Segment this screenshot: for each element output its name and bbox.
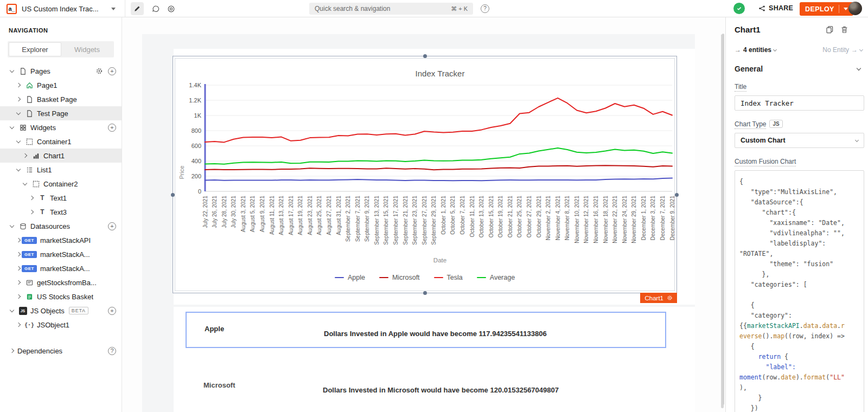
tree-item-jsobject1[interactable]: {·} JSObject1 [0,318,122,332]
editor-canvas[interactable]: 02004006008001K1.2K1.4KJuly 22, 2021July… [122,17,725,412]
chevron-right-icon[interactable] [28,196,35,199]
legend-item-average[interactable]: Average [477,274,515,281]
chevron-down-icon[interactable] [9,310,15,312]
page-icon [25,109,34,118]
tree-item-marketstackapi[interactable]: GET marketStackAPI [0,233,122,247]
tab-explorer[interactable]: Explorer [9,42,61,56]
chart-legend: AppleMicrosoftTeslaAverage [175,274,674,281]
tree-item-js-objects[interactable]: JS JS Objects BETA + [0,304,122,318]
tree-item-getstocksfrombasket[interactable]: getStocksfromBa... [0,275,122,289]
tree-item-test-page[interactable]: Test Page [0,106,122,120]
entities-dropdown[interactable]: → 4 entities [735,46,776,54]
pages-settings-gear-icon[interactable] [95,67,103,75]
chevron-right-icon[interactable] [15,267,22,270]
svg-text:October 13, 2021: October 13, 2021 [478,196,484,238]
share-button[interactable]: SHARE [758,4,793,12]
chevron-down-icon[interactable] [22,183,28,185]
custom-fusion-chart-code-editor[interactable]: { "type":"MultiAxisLine", "dataSource":{… [735,170,864,412]
property-pane-scrollbar[interactable] [722,34,724,405]
tree-item-widgets[interactable]: Widgets + [0,120,122,134]
widget-name-badge[interactable]: Chart1 [640,293,677,303]
legend-item-apple[interactable]: Apple [335,274,365,281]
tree-item-basket-page[interactable]: Basket Page [0,92,122,106]
deploy-button[interactable]: DEPLOY [800,2,853,16]
app-title[interactable]: US Custom Index Trac... [22,5,99,13]
tree-item-datasources[interactable]: Datasources + [0,219,122,233]
chevron-down-icon[interactable] [15,169,22,171]
legend-swatch [379,277,388,279]
chevron-down-icon[interactable] [15,141,22,143]
resize-handle-right[interactable] [675,193,679,197]
list-item-apple[interactable]: Apple Dollars Invested in Apple would ha… [186,312,666,348]
resize-handle-bottom[interactable] [423,291,427,295]
chevron-right-icon[interactable] [15,323,22,326]
svg-text:July 28, 2021: July 28, 2021 [221,196,227,228]
no-entity-dropdown[interactable]: No Entity → [822,46,863,54]
comments-button[interactable] [149,2,162,15]
pencil-icon [133,5,141,12]
datasource-icon [18,222,27,230]
chevron-right-icon[interactable] [15,295,22,298]
tree-item-container1[interactable]: Container1 [0,134,122,149]
tree-item-page1[interactable]: Page1 [0,78,122,92]
resize-handle-top[interactable] [423,54,427,58]
tree-item-marketstackapi3[interactable]: GET marketStackA... [0,261,122,275]
legend-item-tesla[interactable]: Tesla [434,274,463,281]
search-input[interactable]: Quick search & navigation ⌘ + K [309,3,473,15]
tree-item-container2[interactable]: Container2 [0,177,122,191]
chevron-down-icon[interactable] [9,127,15,128]
edit-mode-button[interactable] [131,2,144,15]
appsmith-logo-icon[interactable]: a_ [7,4,17,14]
section-general[interactable]: General [735,65,864,73]
js-toggle-badge[interactable]: JS [769,120,782,128]
chevron-right-icon[interactable] [15,239,22,242]
chart-icon [31,151,40,160]
tab-widgets[interactable]: Widgets [61,42,113,56]
svg-text:November 16, 2021: November 16, 2021 [593,196,599,243]
svg-text:400: 400 [192,158,201,164]
widgets-grid-icon [18,123,27,132]
tree-item-marketstackapi2[interactable]: GET marketStackA... [0,247,122,261]
chevron-right-icon[interactable] [15,98,22,101]
svg-text:September 23, 2021: September 23, 2021 [412,196,418,245]
chevron-right-icon[interactable] [15,281,22,284]
preview-button[interactable] [164,2,177,15]
chevron-right-icon[interactable] [22,154,28,157]
add-datasource-button[interactable]: + [108,222,116,230]
dependencies-help-icon[interactable]: ? [108,347,116,355]
tree-item-text3[interactable]: T Text3 [0,205,122,219]
resize-handle-left[interactable] [171,193,175,197]
app-title-caret-icon[interactable] [111,8,116,10]
delete-widget-icon[interactable] [840,25,848,34]
tree-item-dependencies[interactable]: Dependencies ? [0,344,122,358]
tree-item-text1[interactable]: T Text1 [0,191,122,205]
chevron-down-icon[interactable] [15,113,22,114]
chevron-right-icon[interactable] [28,210,35,214]
widget-name-heading[interactable]: Chart1 [735,25,761,34]
chart-type-select[interactable]: Custom Chart [735,133,864,148]
chevron-right-icon[interactable] [15,253,22,256]
svg-text:October 21, 2021: October 21, 2021 [507,196,513,238]
legend-item-microsoft[interactable]: Microsoft [379,274,420,281]
tree-item-us-stocks-basket[interactable]: US Stocks Basket [0,289,122,304]
chevron-right-icon[interactable] [9,349,15,352]
deploy-label: DEPLOY [805,5,834,13]
chevron-down-icon[interactable] [9,70,15,72]
chevron-right-icon[interactable] [15,83,22,87]
svg-text:November 2, 2021: November 2, 2021 [545,196,551,241]
list-item-microsoft[interactable]: Microsoft Dollars Invested in Microsoft … [186,368,666,404]
copy-widget-icon[interactable] [826,25,834,34]
tree-item-chart1[interactable]: Chart1 [0,149,122,163]
tree-item-list1[interactable]: List1 [0,163,122,177]
chevron-down-icon[interactable] [9,226,15,227]
title-field-label: Title [735,83,746,92]
user-avatar[interactable] [848,2,862,15]
add-js-object-button[interactable]: + [108,307,116,315]
code-line: { [739,300,859,311]
title-field-input[interactable]: Index Tracker [735,95,864,111]
tree-item-pages[interactable]: Pages + [0,64,122,78]
help-button[interactable]: ? [481,4,489,13]
chart1-widget[interactable]: 02004006008001K1.2K1.4KJuly 22, 2021July… [173,56,677,293]
add-page-button[interactable]: + [108,67,116,75]
add-widget-button[interactable]: + [108,124,116,132]
